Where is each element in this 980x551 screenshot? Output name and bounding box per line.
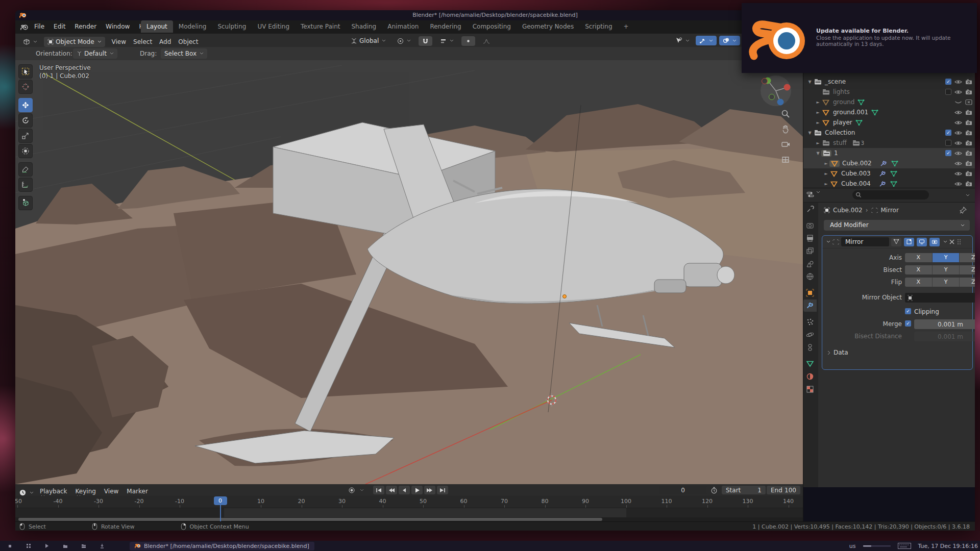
camera-icon[interactable] bbox=[965, 170, 972, 177]
prev-frame-button[interactable] bbox=[399, 486, 410, 494]
tool-move-button[interactable] bbox=[18, 98, 33, 112]
workspace-tab-texture-paint[interactable]: Texture Paint bbox=[295, 20, 346, 33]
outliner-row-cube-003[interactable]: ► Cube.003 bbox=[803, 168, 975, 179]
workspace-tab-rendering[interactable]: Rendering bbox=[424, 20, 467, 33]
timeline-scrollbar[interactable] bbox=[15, 517, 803, 521]
jump-to-end-button[interactable] bbox=[437, 486, 448, 494]
object-visibility-dropdown[interactable] bbox=[672, 36, 693, 45]
toggle-cage-button[interactable] bbox=[904, 238, 914, 246]
camera-excluded-icon[interactable] bbox=[965, 99, 972, 105]
menu-render[interactable]: Render bbox=[70, 20, 101, 33]
outliner-row-ground[interactable]: ► ground bbox=[803, 97, 975, 107]
expander[interactable]: ► bbox=[823, 161, 829, 166]
expander[interactable]: ▼ bbox=[806, 80, 813, 84]
viewport-menu-select[interactable]: Select bbox=[130, 36, 156, 48]
outliner-row-cube-002[interactable]: ► Cube.002 bbox=[803, 158, 975, 168]
expander[interactable]: ► bbox=[815, 120, 821, 125]
outliner-item-label[interactable]: _scene bbox=[825, 78, 846, 85]
eye-icon[interactable] bbox=[954, 161, 962, 166]
tool-add-cube-button[interactable] bbox=[18, 196, 33, 210]
properties-filter-dropdown[interactable] bbox=[966, 194, 970, 197]
modifier-extras-dropdown[interactable] bbox=[943, 240, 947, 243]
viewport-menu-add[interactable]: Add bbox=[156, 36, 175, 48]
outliner-row--scene[interactable]: ▼ _scene ✓ bbox=[803, 77, 975, 87]
expander[interactable]: ► bbox=[815, 141, 821, 145]
end-frame-field[interactable]: End100 bbox=[767, 486, 800, 494]
prev-keyframe-button[interactable] bbox=[386, 486, 397, 494]
outliner-row-1[interactable]: ▼ 1 ✓ bbox=[803, 148, 975, 158]
timeline-menu-marker[interactable]: Marker bbox=[122, 486, 152, 496]
taskbar-app-icon[interactable] bbox=[44, 543, 50, 549]
workspace-tab-scripting[interactable]: Scripting bbox=[579, 20, 618, 33]
eye-icon[interactable] bbox=[954, 130, 962, 136]
breadcrumb-modifier[interactable]: Mirror bbox=[881, 207, 899, 214]
workspace-tab-shading[interactable]: Shading bbox=[346, 20, 382, 33]
breadcrumb-object[interactable]: Cube.002 bbox=[833, 207, 863, 214]
outliner-item-label[interactable]: player bbox=[833, 119, 852, 126]
properties-tab-scene[interactable] bbox=[803, 258, 817, 270]
camera-icon[interactable] bbox=[965, 109, 972, 115]
tool-cursor-button[interactable] bbox=[18, 80, 33, 94]
outliner-row-lights[interactable]: lights bbox=[803, 87, 975, 97]
expander[interactable]: ► bbox=[823, 171, 829, 176]
preview-range-clock-icon[interactable] bbox=[710, 487, 718, 494]
snap-settings-dropdown[interactable] bbox=[436, 36, 457, 46]
expander[interactable]: ▼ bbox=[806, 131, 813, 135]
bisect-seg-x[interactable]: X bbox=[905, 265, 933, 274]
menu-file[interactable]: File bbox=[30, 20, 49, 33]
next-keyframe-button[interactable] bbox=[424, 486, 435, 494]
taskbar-active-window[interactable]: Blender* [/home/amalie/Desktop/blender/s… bbox=[130, 542, 314, 550]
outliner-item-label[interactable]: ground.001 bbox=[833, 109, 868, 116]
properties-tab-material[interactable] bbox=[803, 370, 817, 383]
merge-threshold-field[interactable]: 0.001 m bbox=[914, 319, 975, 329]
proportional-editing-toggle[interactable] bbox=[461, 36, 475, 46]
outliner-item-label[interactable]: Cube.004 bbox=[841, 180, 871, 187]
camera-icon[interactable] bbox=[965, 150, 972, 156]
overlays-toggle[interactable] bbox=[719, 36, 740, 45]
properties-tab-modifiers[interactable] bbox=[803, 299, 817, 312]
volume-slider[interactable] bbox=[863, 544, 891, 548]
taskbar-app-icon[interactable] bbox=[26, 543, 32, 549]
eye-closed-icon[interactable] bbox=[954, 99, 962, 105]
timeline-editor-icon[interactable] bbox=[19, 489, 27, 496]
current-frame-field[interactable]: 0 bbox=[659, 486, 706, 494]
taskbar-app-icon[interactable] bbox=[99, 543, 105, 549]
camera-icon[interactable] bbox=[965, 119, 972, 126]
panel-collapse-chevron[interactable] bbox=[826, 240, 830, 243]
playhead-frame-label[interactable]: 0 bbox=[214, 496, 227, 505]
play-button[interactable] bbox=[411, 486, 423, 494]
blender-menu-logo-icon[interactable] bbox=[20, 23, 28, 31]
workspace-tab-animation[interactable]: Animation bbox=[382, 20, 424, 33]
add-modifier-button[interactable]: Add Modifier bbox=[824, 220, 970, 231]
workspace-tab-modeling[interactable]: Modeling bbox=[173, 20, 212, 33]
flip-seg-y[interactable]: Y bbox=[933, 278, 960, 287]
camera-view-icon[interactable] bbox=[781, 140, 790, 149]
taskbar-app-icon[interactable] bbox=[62, 543, 68, 549]
flip-seg-x[interactable]: X bbox=[905, 278, 933, 287]
camera-icon[interactable] bbox=[965, 181, 972, 187]
snap-toggle[interactable] bbox=[419, 36, 432, 46]
modifier-name-field[interactable]: Mirror bbox=[841, 237, 889, 246]
viewport-menu-object[interactable]: Object bbox=[175, 36, 202, 48]
camera-icon[interactable] bbox=[965, 79, 972, 85]
keyboard-indicator-icon[interactable] bbox=[898, 543, 911, 549]
viewport-menu-view[interactable]: View bbox=[108, 36, 130, 48]
bisect-seg-z[interactable]: Z bbox=[960, 265, 975, 274]
tool-transform-button[interactable] bbox=[18, 144, 33, 158]
camera-icon[interactable] bbox=[965, 130, 972, 136]
taskbar-app-icon[interactable] bbox=[7, 543, 13, 549]
properties-tab-texture[interactable] bbox=[803, 383, 817, 395]
pin-icon[interactable] bbox=[960, 207, 967, 214]
viewport-3d[interactable]: User Perspective (0) 1 | Cube.002 bbox=[15, 60, 803, 484]
expander[interactable]: ► bbox=[823, 182, 829, 186]
mode-dropdown[interactable]: Object Mode bbox=[44, 37, 105, 47]
gizmo-axis-z[interactable] bbox=[777, 99, 784, 106]
camera-icon[interactable] bbox=[965, 89, 972, 95]
expander[interactable]: ▼ bbox=[815, 151, 821, 156]
workspace-tab-layout[interactable]: Layout bbox=[141, 20, 173, 33]
editor-type-button[interactable] bbox=[19, 37, 41, 47]
expander[interactable]: ► bbox=[815, 110, 821, 115]
outliner-item-label[interactable]: stuff bbox=[833, 139, 847, 146]
outliner-item-label[interactable]: Collection bbox=[825, 129, 855, 136]
timeline-menu-view[interactable]: View bbox=[100, 486, 122, 496]
